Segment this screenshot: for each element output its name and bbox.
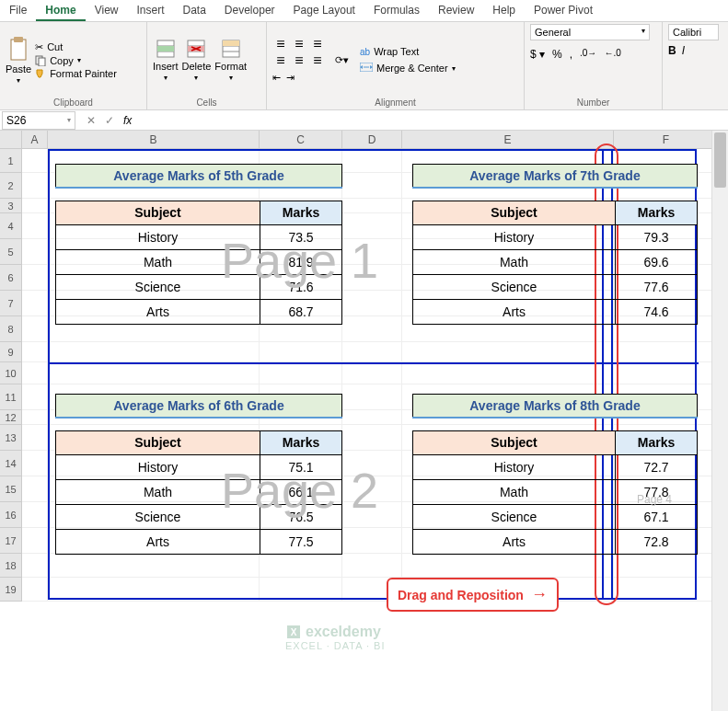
table5-r0c1[interactable]: 73.5: [260, 224, 342, 249]
row-header-5[interactable]: 5: [0, 239, 22, 265]
comma-button[interactable]: ,: [570, 48, 572, 61]
format-cells-button[interactable]: Format▾: [214, 39, 247, 82]
tab-view[interactable]: View: [86, 0, 128, 21]
table7-r1c0[interactable]: Math: [413, 249, 616, 274]
paste-button[interactable]: Paste ▾: [6, 36, 31, 85]
table7-r2c0[interactable]: Science: [413, 274, 616, 299]
tab-review[interactable]: Review: [429, 0, 483, 21]
table7-r3c0[interactable]: Arts: [413, 299, 616, 324]
cell[interactable]: [22, 502, 48, 528]
cell[interactable]: [22, 291, 48, 316]
tab-developer[interactable]: Developer: [215, 0, 284, 21]
tab-help[interactable]: Help: [483, 0, 525, 21]
align-right-button[interactable]: ≡: [309, 53, 326, 68]
percent-button[interactable]: %: [552, 48, 562, 61]
cell[interactable]: [22, 451, 48, 476]
col-header-d[interactable]: D: [342, 131, 402, 148]
increase-indent-button[interactable]: ⇥: [286, 72, 295, 84]
tab-pagelayout[interactable]: Page Layout: [284, 0, 364, 21]
name-box[interactable]: S26▾: [2, 111, 75, 130]
cell[interactable]: [22, 199, 48, 213]
tab-data[interactable]: Data: [174, 0, 215, 21]
table6-r1c1[interactable]: 66.1: [260, 479, 342, 504]
table7-r1c1[interactable]: 69.6: [616, 249, 698, 274]
row-header-14[interactable]: 14: [0, 451, 22, 476]
table6-r2c1[interactable]: 76.5: [260, 504, 342, 529]
cell[interactable]: [22, 554, 48, 578]
decrease-decimal-button[interactable]: ←.0: [604, 48, 620, 61]
align-top-button[interactable]: ≡: [272, 37, 289, 52]
table6-h2[interactable]: Marks: [260, 430, 342, 454]
row-header-9[interactable]: 9: [0, 342, 22, 362]
table5-r2c1[interactable]: 71.6: [260, 274, 342, 299]
table5-r1c1[interactable]: 81.9: [260, 249, 342, 274]
table5-r1c0[interactable]: Math: [56, 249, 260, 274]
row-header-17[interactable]: 17: [0, 528, 22, 554]
tab-formulas[interactable]: Formulas: [364, 0, 429, 21]
row-header-3[interactable]: 3: [0, 199, 22, 213]
cell[interactable]: [22, 362, 48, 384]
tab-file[interactable]: File: [0, 0, 36, 21]
cancel-formula-button[interactable]: ✕: [87, 114, 96, 127]
cell[interactable]: [22, 316, 48, 342]
cell[interactable]: [22, 342, 48, 362]
col-header-e[interactable]: E: [402, 131, 614, 148]
tab-home[interactable]: Home: [36, 0, 85, 21]
cut-button[interactable]: ✂Cut: [35, 41, 117, 53]
row-header-8[interactable]: 8: [0, 316, 22, 342]
copy-button[interactable]: Copy ▾: [35, 55, 117, 66]
col-header-f[interactable]: F: [614, 131, 719, 148]
table6-r1c0[interactable]: Math: [56, 479, 260, 504]
row-header-10[interactable]: 10: [0, 362, 22, 384]
cell[interactable]: [22, 528, 48, 554]
cell[interactable]: [22, 476, 48, 502]
number-format-select[interactable]: General ▾: [530, 24, 650, 40]
row-header-7[interactable]: 7: [0, 291, 22, 316]
table8-r2c1[interactable]: 67.1: [616, 504, 698, 529]
cell[interactable]: [22, 173, 48, 199]
cell[interactable]: [22, 384, 48, 410]
table7-r0c1[interactable]: 79.3: [616, 224, 698, 249]
table5-h2[interactable]: Marks: [260, 201, 342, 224]
italic-button[interactable]: I: [682, 44, 685, 57]
table8-r3c1[interactable]: 72.8: [616, 529, 698, 554]
row-header-2[interactable]: 2: [0, 173, 22, 199]
align-center-button[interactable]: ≡: [291, 53, 307, 68]
row-header-11[interactable]: 11: [0, 384, 22, 410]
row-header-12[interactable]: 12: [0, 410, 22, 425]
font-select[interactable]: Calibri: [668, 24, 719, 40]
table8-r0c0[interactable]: History: [413, 454, 616, 479]
enter-formula-button[interactable]: ✓: [105, 114, 114, 127]
cell[interactable]: [22, 239, 48, 265]
cell[interactable]: [22, 149, 48, 173]
cell[interactable]: [22, 265, 48, 291]
table7-r2c1[interactable]: 77.6: [616, 274, 698, 299]
table8-r3c0[interactable]: Arts: [413, 529, 616, 554]
delete-cells-button[interactable]: Delete▾: [182, 39, 212, 82]
increase-decimal-button[interactable]: .0→: [580, 48, 596, 61]
align-middle-button[interactable]: ≡: [291, 37, 307, 52]
table8-r0c1[interactable]: 72.7: [616, 454, 698, 479]
table6-r0c1[interactable]: 75.1: [260, 454, 342, 479]
row-header-13[interactable]: 13: [0, 425, 22, 451]
align-left-button[interactable]: ≡: [272, 53, 289, 68]
cell[interactable]: [22, 578, 48, 602]
table5-r0c0[interactable]: History: [56, 224, 260, 249]
table5-h1[interactable]: Subject: [56, 201, 260, 224]
merge-center-button[interactable]: Merge & Center ▾: [360, 63, 456, 74]
table7-h1[interactable]: Subject: [413, 201, 616, 224]
table6-r3c1[interactable]: 77.5: [260, 529, 342, 554]
table7-r3c1[interactable]: 74.6: [616, 299, 698, 324]
table5-r2c0[interactable]: Science: [56, 274, 260, 299]
table8-r1c1[interactable]: 77.8: [616, 479, 698, 504]
table6-r3c0[interactable]: Arts: [56, 529, 260, 554]
orientation-button[interactable]: ⟳▾: [335, 54, 349, 66]
table7-h2[interactable]: Marks: [616, 201, 698, 224]
row-header-6[interactable]: 6: [0, 265, 22, 291]
cell[interactable]: [22, 410, 48, 425]
currency-button[interactable]: $ ▾: [530, 48, 545, 61]
tab-insert[interactable]: Insert: [127, 0, 173, 21]
scrollbar-thumb[interactable]: [714, 132, 726, 188]
row-header-15[interactable]: 15: [0, 476, 22, 502]
table6-h1[interactable]: Subject: [56, 430, 260, 454]
